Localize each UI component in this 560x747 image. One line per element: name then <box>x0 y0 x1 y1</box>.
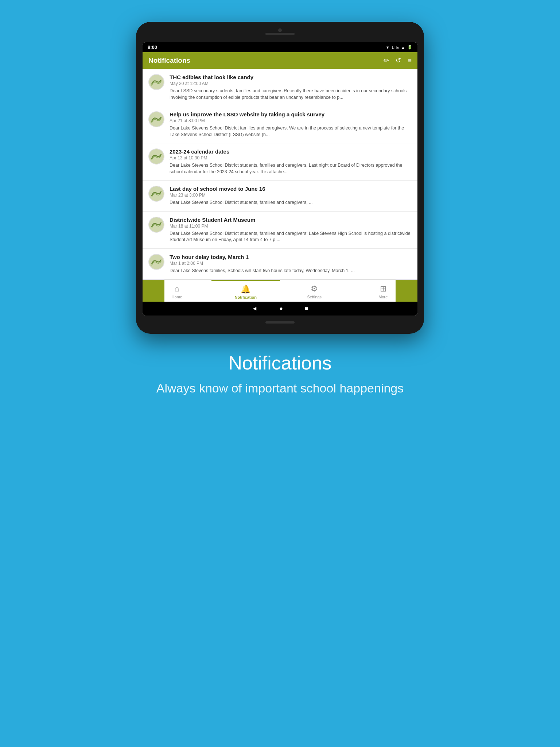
bottom-section-subtitle: Always know of important school happenin… <box>156 380 404 397</box>
edit-icon[interactable]: ✏ <box>384 57 389 65</box>
list-item[interactable]: THC edibles that look like candy May 20 … <box>143 69 417 106</box>
battery-icon: 🔋 <box>407 45 412 50</box>
android-nav-bar: ◄ ● ■ <box>143 302 417 316</box>
notification-title: Districtwide Student Art Museum <box>170 217 412 223</box>
notification-preview: Dear Lake Stevens School District studen… <box>170 200 412 206</box>
tablet-device: 8:00 ▼ LTE ▲ 🔋 Notifications ✏ ↺ ≡ <box>136 22 424 334</box>
notification-content: Two hour delay today, March 1 Mar 1 at 2… <box>170 254 412 274</box>
app-header-title: Notifications <box>148 57 190 65</box>
svg-point-0 <box>149 75 164 89</box>
tablet-speaker-bottom <box>265 321 295 324</box>
notification-date: Mar 18 at 11:00 PM <box>170 224 412 229</box>
list-item[interactable]: Last day of school moved to June 16 Mar … <box>143 181 417 212</box>
nav-item-notification[interactable]: 🔔 Notification <box>211 280 280 302</box>
signal-icon: ▲ <box>401 45 405 50</box>
avatar <box>148 74 164 90</box>
svg-point-4 <box>149 217 164 232</box>
bottom-section-title: Notifications <box>156 352 404 374</box>
grid-icon: ⊞ <box>380 284 386 294</box>
notification-content: Districtwide Student Art Museum Mar 18 a… <box>170 217 412 243</box>
notification-title: Two hour delay today, March 1 <box>170 254 412 260</box>
avatar <box>148 254 164 270</box>
notification-preview: Dear Lake Stevens School District famili… <box>170 125 412 138</box>
home-button[interactable]: ● <box>279 305 283 312</box>
status-bar: 8:00 ▼ LTE ▲ 🔋 <box>143 42 417 52</box>
notification-content: 2023-24 calendar dates Apr 13 at 10:30 P… <box>170 148 412 175</box>
notification-preview: Dear LSSD secondary students, families a… <box>170 88 412 101</box>
list-item[interactable]: Help us improve the LSSD website by taki… <box>143 106 417 143</box>
nav-label-notification: Notification <box>235 295 257 299</box>
app-header-icons: ✏ ↺ ≡ <box>384 57 412 65</box>
notification-title: 2023-24 calendar dates <box>170 148 412 155</box>
app-header: Notifications ✏ ↺ ≡ <box>143 52 417 69</box>
notification-date: Mar 23 at 3:00 PM <box>170 193 412 198</box>
home-icon: ⌂ <box>175 284 179 294</box>
tablet-camera <box>278 28 282 32</box>
nav-item-home[interactable]: ⌂ Home <box>143 280 211 302</box>
bottom-nav: ⌂ Home 🔔 Notification ⚙ Settings ⊞ More <box>143 279 417 302</box>
notification-title: Help us improve the LSSD website by taki… <box>170 111 412 117</box>
svg-point-3 <box>149 186 164 201</box>
list-item[interactable]: 2023-24 calendar dates Apr 13 at 10:30 P… <box>143 143 417 181</box>
tablet-speaker-top <box>265 33 295 35</box>
wifi-icon: ▼ <box>386 45 390 50</box>
list-item[interactable]: Two hour delay today, March 1 Mar 1 at 2… <box>143 249 417 280</box>
notification-preview: Dear Lake Stevens School District studen… <box>170 231 412 243</box>
svg-point-2 <box>149 149 164 164</box>
refresh-icon[interactable]: ↺ <box>396 57 401 65</box>
list-item[interactable]: Districtwide Student Art Museum Mar 18 a… <box>143 212 417 249</box>
status-bar-icons: ▼ LTE ▲ 🔋 <box>386 45 412 50</box>
recent-button[interactable]: ■ <box>305 305 308 312</box>
tablet-screen: 8:00 ▼ LTE ▲ 🔋 Notifications ✏ ↺ ≡ <box>143 42 417 316</box>
back-button[interactable]: ◄ <box>252 305 257 312</box>
nav-item-settings[interactable]: ⚙ Settings <box>280 280 349 302</box>
svg-point-5 <box>149 255 164 269</box>
notification-title: THC edibles that look like candy <box>170 74 412 80</box>
avatar <box>148 111 164 127</box>
avatar <box>148 186 164 202</box>
bottom-section: Notifications Always know of important s… <box>120 352 440 397</box>
avatar <box>148 148 164 165</box>
avatar <box>148 217 164 233</box>
notification-content: THC edibles that look like candy May 20 … <box>170 74 412 101</box>
nav-item-more[interactable]: ⊞ More <box>349 280 418 302</box>
gear-icon: ⚙ <box>311 284 318 294</box>
lte-label: LTE <box>392 45 399 50</box>
notification-content: Help us improve the LSSD website by taki… <box>170 111 412 138</box>
nav-label-home: Home <box>172 295 182 299</box>
notification-date: Apr 13 at 10:30 PM <box>170 155 412 160</box>
notification-list: THC edibles that look like candy May 20 … <box>143 69 417 279</box>
notification-preview: Dear Lake Stevens families, Schools will… <box>170 268 412 274</box>
status-bar-time: 8:00 <box>148 44 157 50</box>
nav-label-more: More <box>378 295 388 299</box>
notification-content: Last day of school moved to June 16 Mar … <box>170 186 412 206</box>
notification-date: May 20 at 12:00 AM <box>170 81 412 86</box>
bell-icon: 🔔 <box>241 285 250 294</box>
notification-preview: Dear Lake Stevens School District studen… <box>170 162 412 175</box>
menu-icon[interactable]: ≡ <box>408 57 412 65</box>
nav-label-settings: Settings <box>307 295 322 299</box>
notification-title: Last day of school moved to June 16 <box>170 186 412 192</box>
notification-date: Apr 21 at 8:00 PM <box>170 118 412 123</box>
notification-date: Mar 1 at 2:06 PM <box>170 261 412 266</box>
svg-point-1 <box>149 112 164 127</box>
